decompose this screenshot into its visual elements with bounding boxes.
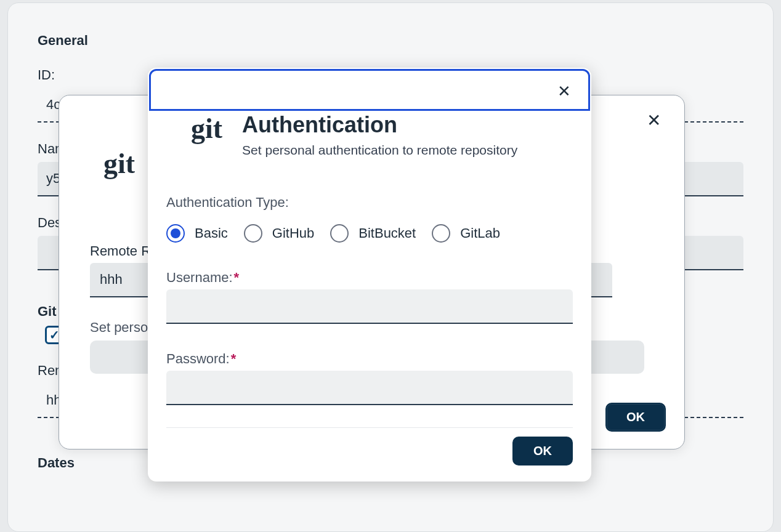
authentication-dialog: ✕ git Authentication Set personal authen… [148,68,591,482]
password-label-text: Password: [166,351,230,366]
password-label: Password:* [166,351,573,367]
ok-button[interactable]: OK [512,437,573,465]
git-logo-icon: git [166,112,222,145]
radio-basic[interactable] [166,224,185,243]
close-icon[interactable]: ✕ [557,82,571,101]
username-input[interactable] [166,289,573,324]
radio-github[interactable] [244,224,262,243]
radio-bitbucket-label: BitBucket [358,225,416,241]
username-label: Username:* [166,270,573,286]
dialog-title: Authentication [242,112,517,138]
radio-bitbucket[interactable] [330,224,349,243]
dialog-body: git Authentication Set personal authenti… [148,112,591,482]
dialog-subtitle: Set personal authentication to remote re… [242,143,517,158]
radio-gitlab-label: GitLab [460,225,500,241]
dialog-header: git Authentication Set personal authenti… [166,112,573,158]
git-logo-icon: git [103,147,135,180]
ok-button[interactable]: OK [605,403,666,432]
title-block: Authentication Set personal authenticati… [242,112,517,158]
required-icon: * [234,270,240,285]
dialog-footer: OK [166,427,573,465]
username-label-text: Username: [166,270,233,285]
auth-type-radios: Basic GitHub BitBucket GitLab [166,224,573,243]
required-icon: * [231,351,237,366]
section-general: General [8,15,773,49]
dialog-titlebar: ✕ [149,69,590,111]
radio-basic-label: Basic [195,225,228,241]
radio-gitlab[interactable] [432,224,450,243]
radio-github-label: GitHub [272,225,314,241]
auth-type-label: Authentication Type: [166,195,573,211]
password-input[interactable] [166,371,573,405]
check-icon: ✓ [49,328,60,342]
close-icon[interactable]: ✕ [647,110,661,131]
